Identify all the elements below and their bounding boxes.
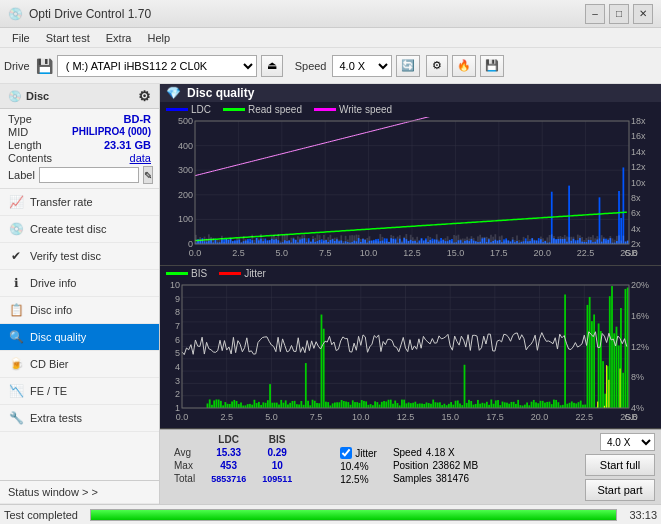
drive-icon: 💾 [36,58,53,74]
sidebar-item-drive-info[interactable]: ℹ Drive info [0,270,159,297]
panel-icon: 💎 [166,86,181,100]
start-part-button[interactable]: Start part [585,479,655,501]
mid-label: MID [8,126,28,138]
save-button[interactable]: 💾 [480,55,504,77]
sidebar-item-fe-te-label: FE / TE [30,385,67,397]
disc-header-icon: 💿 [8,90,22,103]
burn-button[interactable]: 🔥 [452,55,476,77]
menu-start-test[interactable]: Start test [38,30,98,46]
start-full-button[interactable]: Start full [585,454,655,476]
total-ldc: 5853716 [203,472,254,485]
bis-legend: BIS [166,268,207,279]
sidebar-item-verify-test-disc[interactable]: ✔ Verify test disc [0,243,159,270]
sidebar-item-verify-test-disc-label: Verify test disc [30,250,101,262]
statusbar: Test completed 33:13 [0,504,661,524]
eject-button[interactable]: ⏏ [261,55,283,77]
sidebar-item-fe-te[interactable]: 📉 FE / TE [0,378,159,405]
contents-value[interactable]: data [130,152,151,164]
sidebar-item-disc-quality-label: Disc quality [30,331,86,343]
sidebar-item-transfer-rate[interactable]: 📈 Transfer rate [0,189,159,216]
app-title: 💿 Opti Drive Control 1.70 [8,7,151,21]
drive-info-icon: ℹ [8,275,24,291]
max-ldc: 453 [203,459,254,472]
total-label: Total [166,472,203,485]
app-icon: 💿 [8,7,23,21]
maximize-button[interactable]: □ [609,4,629,24]
disc-quality-header: 💎 Disc quality [160,84,661,102]
toolbar: Drive 💾 ( M:) ATAPI iHBS112 2 CL0K ⏏ Spe… [0,48,661,84]
speed-label: Speed [295,60,327,72]
stats-panel: LDC BIS Avg 15.33 0.29 Max 453 10 Total [160,429,661,504]
menu-help[interactable]: Help [139,30,178,46]
disc-section-label: Disc [26,90,49,102]
label-edit-button[interactable]: ✎ [143,166,153,184]
sidebar-item-create-test-disc-label: Create test disc [30,223,106,235]
label-input[interactable] [39,167,139,183]
drive-select[interactable]: ( M:) ATAPI iHBS112 2 CL0K [57,55,257,77]
samples-value: 381476 [436,473,469,484]
cd-bier-icon: 🍺 [8,356,24,372]
mid-value: PHILIPRO4 (000) [72,126,151,138]
start-speed-select[interactable]: 4.0 X 2.0 X [600,433,655,451]
close-button[interactable]: ✕ [633,4,653,24]
verify-test-disc-icon: ✔ [8,248,24,264]
read-speed-legend: Read speed [223,104,302,115]
sidebar: 💿 Disc ⚙ Type BD-R MID PHILIPRO4 (000) L… [0,84,160,504]
sidebar-item-disc-quality[interactable]: 🔍 Disc quality [0,324,159,351]
panel-title: Disc quality [187,86,254,100]
sidebar-item-cd-bier[interactable]: 🍺 CD Bier [0,351,159,378]
jitter-label: Jitter [355,448,377,459]
jitter-legend: Jitter [219,268,266,279]
stats-table: LDC BIS Avg 15.33 0.29 Max 453 10 Total [166,433,332,485]
max-jitter-row: 12.5% [340,474,377,485]
disc-info-icon: 📋 [8,302,24,318]
disc-settings-icon[interactable]: ⚙ [138,88,151,104]
position-label: Position [393,460,429,471]
speed-select[interactable]: 4.0 X 2.0 X 8.0 X [332,55,392,77]
jitter-section: Jitter 10.4% 12.5% [340,447,377,485]
top-chart-legend: LDC Read speed Write speed [160,102,661,117]
drive-label: Drive [4,60,30,72]
jitter-checkbox[interactable] [340,447,352,459]
sidebar-item-create-test-disc[interactable]: 💿 Create test disc [0,216,159,243]
sidebar-item-cd-bier-label: CD Bier [30,358,69,370]
avg-ldc: 15.33 [203,446,254,459]
sidebar-item-extra-tests-label: Extra tests [30,412,82,424]
sidebar-item-status-window[interactable]: Status window > > [0,480,159,504]
sidebar-item-disc-info-label: Disc info [30,304,72,316]
refresh-button[interactable]: 🔄 [396,55,420,77]
speed-section: Speed 4.18 X Position 23862 MB Samples 3… [393,447,478,484]
disc-section-header: 💿 Disc ⚙ [0,84,159,109]
extra-tests-icon: 🔧 [8,410,24,426]
settings-button[interactable]: ⚙ [426,55,448,77]
progress-bar-fill [91,510,616,520]
ldc-legend: LDC [166,104,211,115]
sidebar-item-disc-info[interactable]: 📋 Disc info [0,297,159,324]
minimize-button[interactable]: – [585,4,605,24]
status-window-label: Status window > > [8,486,98,498]
status-time: 33:13 [629,509,657,521]
type-label: Type [8,113,32,125]
menu-extra[interactable]: Extra [98,30,140,46]
contents-label: Contents [8,152,52,164]
max-label: Max [166,459,203,472]
bottom-chart-legend: BIS Jitter [160,266,661,281]
max-jitter: 12.5% [340,474,368,485]
menu-file[interactable]: File [4,30,38,46]
sidebar-item-extra-tests[interactable]: 🔧 Extra tests [0,405,159,432]
bis-header: BIS [254,433,300,446]
samples-label: Samples [393,473,432,484]
sidebar-item-drive-info-label: Drive info [30,277,76,289]
create-test-disc-icon: 💿 [8,221,24,237]
titlebar: 💿 Opti Drive Control 1.70 – □ ✕ [0,0,661,28]
avg-jitter: 10.4% [340,461,368,472]
menubar: File Start test Extra Help [0,28,661,48]
length-label: Length [8,139,42,151]
type-value: BD-R [124,113,152,125]
avg-label: Avg [166,446,203,459]
position-value: 23862 MB [432,460,478,471]
top-chart-canvas [160,117,661,262]
transfer-rate-icon: 📈 [8,194,24,210]
length-value: 23.31 GB [104,139,151,151]
write-speed-legend: Write speed [314,104,392,115]
